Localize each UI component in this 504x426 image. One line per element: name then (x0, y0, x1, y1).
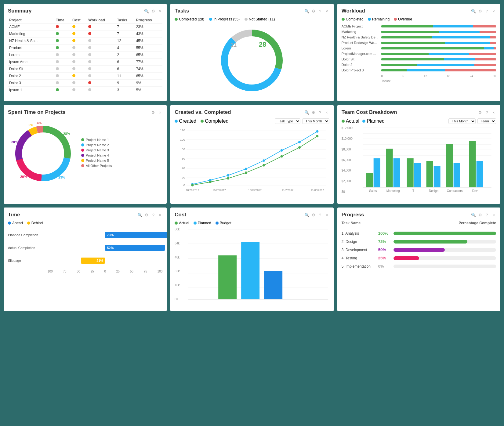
team-settings-icon[interactable]: ⚙ (478, 110, 483, 115)
summary-project-name: Dolor Sit (8, 66, 55, 73)
progress-help-icon[interactable]: ? (484, 212, 489, 217)
workload-legend-item: Overdue (394, 17, 412, 21)
tasks-close-icon[interactable]: × (325, 9, 329, 13)
cost-actual-label: Actual (179, 221, 189, 225)
spent-time-header: Spent Time on Projects ⚙ × (8, 109, 162, 115)
time-title: Time (8, 212, 20, 218)
team-close-icon[interactable]: × (491, 110, 496, 115)
summary-settings-icon[interactable]: ⚙ (151, 9, 156, 13)
cost-actual-legend: Actual (175, 221, 189, 225)
time-xaxis: 1007550250255075100 (8, 270, 162, 273)
col-workload: Workload (87, 17, 116, 23)
workload-project-row: ProjectManager.com ... (342, 52, 496, 56)
svg-text:28: 28 (259, 41, 266, 48)
svg-point-30 (281, 149, 283, 152)
cost-card: Cost 🔍 ⚙ ? × Actual Planned Budget (170, 208, 333, 311)
spent-time-title: Spent Time on Projects (8, 109, 66, 115)
workload-project-row: Product Redesign We... (342, 41, 496, 45)
spent-legend-item: Project Name 2 (81, 143, 112, 147)
cvc-tasktype-dropdown[interactable]: Task Type (275, 118, 300, 124)
workload-card: Workload 🔍 ⚙ ? × CompletedRemainingOverd… (337, 4, 500, 101)
tasks-legend-item: Completed (28) (175, 17, 204, 21)
cvc-settings-icon[interactable]: ⚙ (311, 110, 316, 115)
spent-close-icon[interactable]: × (158, 110, 162, 115)
svg-rect-63 (469, 141, 476, 187)
cost-settings-icon[interactable]: ⚙ (311, 212, 316, 217)
team-thismonth-dropdown[interactable]: This Month (448, 118, 476, 124)
time-close-icon[interactable]: × (158, 212, 162, 217)
cost-budget-label: Budget (220, 221, 231, 225)
team-cost-svg: Sales Marketing IT Design Contractors (358, 126, 496, 200)
cost-budget-legend: Budget (216, 221, 231, 225)
team-help-icon[interactable]: ? (484, 110, 489, 115)
svg-rect-52 (393, 158, 400, 187)
workload-project-row: Dolor Sit (342, 57, 496, 61)
time-search-icon[interactable]: 🔍 (137, 212, 142, 217)
behind-dot (27, 222, 30, 225)
team-cost-card: Team Cost Breakdown ⚙ ? × Actual Planned… (337, 105, 500, 204)
tasks-legend-dot (245, 18, 248, 21)
cost-help-icon[interactable]: ? (318, 212, 323, 217)
progress-close-icon[interactable]: × (491, 212, 496, 217)
time-settings-icon[interactable]: ⚙ (144, 212, 149, 217)
summary-project-name: Dolor 3 (8, 80, 55, 87)
slippage-label: Slippage (8, 259, 48, 262)
svg-text:11/2/2017: 11/2/2017 (282, 189, 294, 192)
summary-card: Summary 🔍 ⚙ × Project Time Cost Workload… (4, 4, 167, 101)
svg-rect-55 (414, 163, 421, 187)
behind-label: Behind (31, 221, 43, 225)
summary-close-icon[interactable]: × (158, 9, 162, 13)
progress-task-row: 4. Testing 25% (342, 256, 496, 260)
tasks-legend-item: In Progress (55) (209, 17, 240, 21)
cost-search-icon[interactable]: 🔍 (304, 212, 309, 217)
cvc-help-icon[interactable]: ? (318, 110, 323, 115)
tasks-search-icon[interactable]: 🔍 (304, 9, 309, 13)
progress-search-icon[interactable]: 🔍 (471, 212, 476, 217)
workload-settings-icon[interactable]: ⚙ (478, 9, 483, 13)
svg-rect-73 (241, 242, 259, 299)
workload-project-row: Dolor 2 (342, 63, 496, 67)
summary-project-name: ACME (8, 23, 55, 31)
cvc-search-icon[interactable]: 🔍 (304, 110, 309, 115)
tasks-legend-item: Not Started (11) (245, 17, 275, 21)
team-actual-label: Actual (346, 118, 359, 124)
svg-text:11/06/2017: 11/06/2017 (311, 189, 324, 192)
cvc-close-icon[interactable]: × (325, 110, 329, 115)
cvc-header: Created vs. Completed 🔍 ⚙ ? × (175, 109, 329, 115)
tasks-icons: 🔍 ⚙ ? × (304, 9, 329, 13)
spent-settings-icon[interactable]: ⚙ (151, 110, 156, 115)
cvc-title: Created vs. Completed (175, 109, 231, 115)
team-team-dropdown[interactable]: Team (477, 118, 496, 124)
workload-search-icon[interactable]: 🔍 (471, 9, 476, 13)
summary-search-icon[interactable]: 🔍 (144, 9, 149, 13)
tasks-settings-icon[interactable]: ⚙ (311, 9, 316, 13)
summary-row: Dolor 3 9 9% (8, 80, 162, 87)
col-tasks: Tasks (116, 17, 135, 23)
slippage-row: Slippage 21% (8, 257, 162, 264)
cost-actual-dot (175, 222, 178, 225)
svg-rect-58 (433, 166, 440, 187)
workload-help-icon[interactable]: ? (484, 9, 489, 13)
cvc-thismonth-dropdown[interactable]: This Month (302, 118, 329, 124)
tasks-help-icon[interactable]: ? (318, 9, 323, 13)
workload-close-icon[interactable]: × (491, 9, 496, 13)
svg-point-32 (316, 130, 319, 133)
svg-text:10/23/2017: 10/23/2017 (212, 189, 226, 192)
svg-point-38 (281, 155, 283, 158)
time-help-icon[interactable]: ? (151, 212, 156, 217)
cvc-created-dot (175, 120, 178, 123)
team-actual-dot (342, 120, 345, 123)
progress-settings-icon[interactable]: ⚙ (478, 212, 483, 217)
svg-text:80: 80 (182, 147, 185, 151)
svg-text:60: 60 (182, 157, 185, 160)
svg-point-28 (245, 168, 247, 170)
col-project: Project (8, 17, 55, 23)
svg-text:100: 100 (180, 138, 185, 141)
progress-task-row: 1. Analysis 100% (342, 231, 496, 236)
cost-chart-area: 0k 16k 32k 48k 64k 80k (175, 228, 329, 307)
cost-close-icon[interactable]: × (325, 212, 329, 217)
summary-project-name: NZ Health & Sa... (8, 38, 55, 45)
team-planned-dot (362, 120, 365, 123)
spent-donut-svg: 28%23%20%20%5%4% (8, 118, 78, 189)
workload-header: Workload 🔍 ⚙ ? × (342, 8, 496, 14)
